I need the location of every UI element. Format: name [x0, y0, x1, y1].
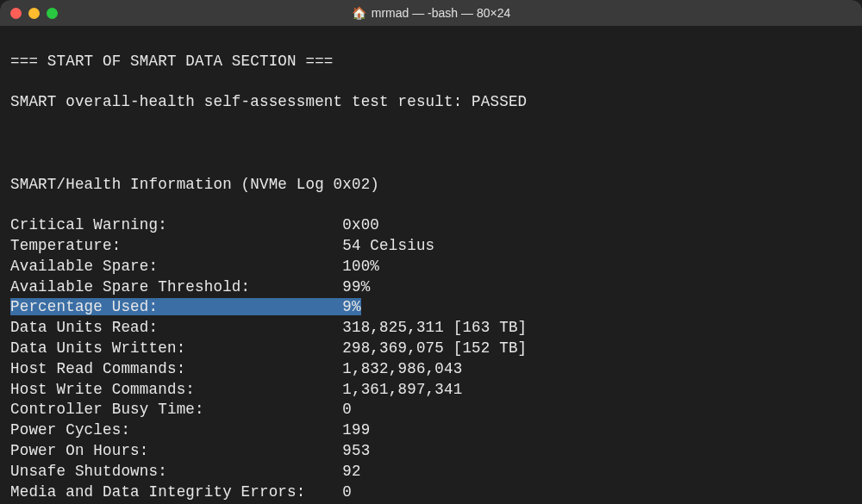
data-row: Available Spare Threshold: 99% — [10, 277, 852, 298]
data-row: Power On Hours: 953 — [10, 441, 852, 462]
window-titlebar: 🏠 mrmad — -bash — 80×24 — [0, 0, 862, 26]
data-row: Controller Busy Time: 0 — [10, 400, 852, 420]
maximize-button[interactable] — [47, 8, 58, 19]
data-row: Data Units Read: 318,825,311 [163 TB] — [10, 318, 852, 339]
data-row: Critical Warning: 0x00 — [10, 215, 852, 236]
traffic-lights — [10, 8, 58, 19]
data-rows-container: Critical Warning: 0x00Temperature: 54 Ce… — [10, 215, 852, 504]
terminal-output[interactable]: === START OF SMART DATA SECTION === SMAR… — [0, 26, 862, 504]
window-title: 🏠 mrmad — -bash — 80×24 — [352, 6, 510, 20]
overall-result-line: SMART overall-health self-assessment tes… — [10, 92, 852, 113]
data-row: Media and Data Integrity Errors: 0 — [10, 482, 852, 503]
data-row: Data Units Written: 298,369,075 [152 TB] — [10, 339, 852, 359]
data-row: Host Write Commands: 1,361,897,341 — [10, 380, 852, 401]
data-row: Percentage Used: 9% — [10, 297, 852, 318]
data-row: Available Spare: 100% — [10, 257, 852, 277]
section-header-line: === START OF SMART DATA SECTION === — [10, 52, 852, 72]
close-button[interactable] — [10, 8, 22, 19]
home-icon: 🏠 — [352, 6, 366, 20]
minimize-button[interactable] — [28, 8, 40, 19]
data-row: Temperature: 54 Celsius — [10, 236, 852, 257]
info-header-line: SMART/Health Information (NVMe Log 0x02) — [10, 175, 852, 196]
window-title-text: mrmad — -bash — 80×24 — [372, 6, 510, 20]
data-row: Unsafe Shutdowns: 92 — [10, 462, 852, 482]
data-row: Power Cycles: 199 — [10, 420, 852, 441]
blank-line — [10, 134, 852, 154]
data-row: Host Read Commands: 1,832,986,043 — [10, 359, 852, 380]
highlighted-row: Percentage Used: 9% — [10, 298, 361, 315]
